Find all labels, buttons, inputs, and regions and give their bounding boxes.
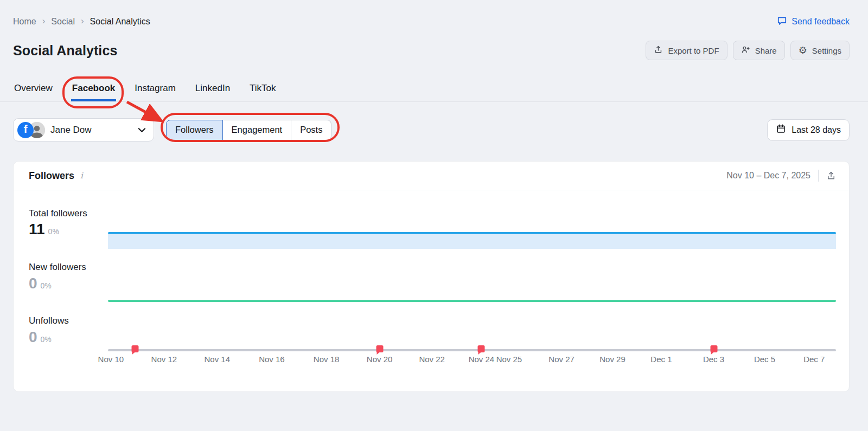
settings-button[interactable]: ⚙ Settings (790, 41, 850, 60)
tab-instagram[interactable]: Instagram (133, 82, 177, 101)
export-pdf-label: Export to PDF (668, 46, 719, 55)
post-flag-marker[interactable] (376, 345, 383, 352)
breadcrumb-social[interactable]: Social (51, 17, 75, 27)
x-axis-tick: Nov 10 (98, 355, 124, 364)
tab-overview[interactable]: Overview (13, 82, 54, 101)
network-tabs-bar: Overview Facebook Instagram LinkedIn Tik… (0, 82, 868, 102)
card-header-right: Nov 10 – Dec 7, 2025 (726, 170, 836, 182)
metric-change: 0% (41, 335, 52, 344)
profile-name: Jane Dow (50, 125, 138, 136)
facebook-logo-icon: f (17, 122, 34, 138)
chevron-right-icon: › (81, 16, 84, 27)
x-axis-tick: Nov 29 (599, 355, 626, 364)
metric-value-new-followers: 00% (29, 275, 52, 292)
profile-selector[interactable]: f Jane Dow (13, 118, 154, 141)
metric-value-total-followers: 110% (29, 221, 59, 238)
post-flag-marker[interactable] (478, 345, 485, 352)
plot-area: Nov 10 Nov 12 Nov 14 Nov 16 Nov 18 Nov 2… (108, 190, 836, 391)
tab-facebook[interactable]: Facebook (71, 82, 116, 101)
segment-engagement[interactable]: Engagement (223, 120, 292, 140)
followers-card-header: Followers i Nov 10 – Dec 7, 2025 (14, 162, 849, 190)
calendar-icon (776, 124, 786, 136)
tab-linkedin[interactable]: LinkedIn (194, 82, 231, 101)
chevron-down-icon (138, 125, 146, 135)
breadcrumb-current: Social Analytics (90, 17, 150, 27)
x-axis-tick: Nov 20 (367, 355, 393, 364)
metric-switcher: Followers Engagement Posts (166, 120, 331, 140)
metric-change: 0% (41, 281, 52, 290)
vertical-divider (818, 170, 819, 182)
page-title: Social Analytics (13, 43, 117, 59)
send-feedback-label: Send feedback (792, 17, 850, 27)
tab-tiktok[interactable]: TikTok (248, 82, 277, 101)
export-chart-icon[interactable] (826, 171, 836, 181)
followers-card: Followers i Nov 10 – Dec 7, 2025 Total f… (13, 161, 850, 392)
segment-posts[interactable]: Posts (291, 120, 331, 140)
settings-label: Settings (812, 46, 841, 55)
gear-icon: ⚙ (799, 46, 807, 55)
x-axis-tick: Dec 3 (703, 355, 724, 364)
metric-label-total-followers: Total followers (29, 208, 87, 219)
breadcrumb-home[interactable]: Home (13, 17, 36, 27)
controls-row: f Jane Dow Followers Engagement Posts (0, 102, 868, 141)
x-axis-tick: Nov 14 (205, 355, 231, 364)
x-axis-tick: Dec 1 (650, 355, 672, 364)
breadcrumb: Home › Social › Social Analytics (13, 16, 150, 27)
export-pdf-button[interactable]: Export to PDF (646, 41, 727, 60)
metric-value-unfollows: 00% (29, 329, 52, 346)
network-tabs: Overview Facebook Instagram LinkedIn Tik… (13, 82, 850, 101)
top-bar: Home › Social › Social Analytics Send fe… (0, 0, 868, 28)
share-button[interactable]: Share (733, 41, 785, 60)
total-followers-area-fill (108, 234, 836, 249)
info-icon[interactable]: i (80, 171, 83, 181)
new-followers-line (108, 300, 836, 302)
post-flag-marker[interactable] (131, 345, 138, 352)
chevron-right-icon: › (42, 16, 46, 27)
social-analytics-page: Home › Social › Social Analytics Send fe… (0, 0, 868, 431)
person-plus-icon (741, 45, 750, 56)
card-date-range: Nov 10 – Dec 7, 2025 (726, 171, 810, 181)
send-feedback-link[interactable]: Send feedback (777, 15, 850, 28)
x-axis-tick: Nov 24 (469, 355, 495, 364)
x-axis-tick: Nov 18 (314, 355, 340, 364)
card-title: Followers (29, 170, 74, 182)
x-axis-tick: Nov 16 (259, 355, 285, 364)
unfollows-axis-line (108, 349, 836, 351)
metric-label-unfollows: Unfollows (29, 316, 69, 326)
x-axis-tick: Nov 25 (496, 355, 522, 364)
chat-bubble-icon (777, 15, 787, 28)
date-range-label: Last 28 days (792, 125, 841, 135)
segment-followers[interactable]: Followers (166, 120, 223, 140)
upload-icon (654, 45, 663, 56)
followers-chart: Total followers 110% New followers 00% U… (14, 190, 849, 391)
title-row: Social Analytics Export to PDF Share (0, 28, 868, 60)
header-actions: Export to PDF Share ⚙ Settings (646, 41, 850, 60)
x-axis-tick: Dec 7 (803, 355, 825, 364)
x-axis-tick: Nov 27 (548, 355, 575, 364)
share-label: Share (755, 46, 777, 55)
date-range-button[interactable]: Last 28 days (767, 119, 850, 141)
total-followers-line (108, 232, 836, 234)
post-flag-marker[interactable] (710, 345, 717, 352)
x-axis-tick: Nov 22 (419, 355, 445, 364)
x-axis-tick: Dec 5 (754, 355, 775, 364)
metric-change: 0% (48, 227, 59, 236)
x-axis-tick: Nov 12 (151, 355, 177, 364)
metric-label-new-followers: New followers (29, 262, 86, 273)
